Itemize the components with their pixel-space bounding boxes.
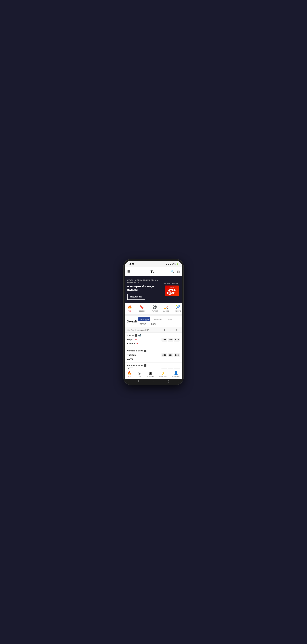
tennis-label: Теннис: [175, 310, 181, 312]
bottom-nav: 🔥 Топ ◎ Спорт ▣ Мои пари ⚡ Игры 24/7 👤 П…: [125, 369, 182, 379]
match-time-3: Сегодня в 17:00: [127, 364, 143, 366]
live-badge: Live: [127, 368, 133, 369]
team-name-barys: Барыс: [127, 338, 134, 341]
stats-icon-1: ⬛: [135, 334, 137, 336]
odd-x-2[interactable]: 3.90: [168, 353, 173, 357]
nav-top-icon: 🔥: [127, 371, 132, 375]
team-row-1b: Сибирь 0: [127, 342, 161, 346]
nav-top-label: Топ: [128, 376, 131, 377]
odds-bot-1: [161, 342, 180, 346]
nav-mybets-label: Мои пари: [147, 376, 154, 377]
match-teams-3: т Юлаев сталь: [134, 368, 161, 369]
page-title: Топ: [151, 270, 157, 274]
match-teams-odds-2: Трактор Амур 2.00 3.90 3.60: [127, 353, 180, 361]
status-bar: 16:29 ▲▲▲ WiFi 🔋: [125, 261, 182, 268]
sport-item-picks[interactable]: 🔖 Подборки: [135, 304, 149, 313]
banner-title: СТАВЬ НА РЕШАЮЩИЕ СЕКУНДЫ МАТЧЕЙ КХЛ: [127, 279, 162, 284]
nav-mybets-icon: ▣: [149, 371, 152, 375]
football-icon: ⚽: [152, 305, 157, 309]
team-row-1a: Барыс 0: [127, 338, 161, 342]
bet-tabs: ИСХОДЫ ПОБЕДЫ 1Х-Х2 ТОТАЛ ФОРА: [138, 318, 180, 326]
android-back[interactable]: ❮: [167, 380, 169, 383]
over-text: OVER: [167, 288, 177, 292]
score-sibir: 0: [136, 342, 138, 345]
nav-item-sport[interactable]: ◎ Спорт: [136, 370, 143, 378]
tennis-icon: 🎾: [175, 305, 180, 309]
sport-item-football[interactable]: ⚽ Футбол: [149, 304, 161, 313]
hockey-icon: 🏒: [164, 305, 169, 309]
app-header: ☰ Топ 🔍 ⊟: [125, 268, 182, 276]
score-barys: 0: [135, 338, 137, 341]
col-x: Х: [167, 329, 174, 331]
nav-item-profile[interactable]: 👤 Профиль: [171, 370, 181, 378]
nav-sport-icon: ◎: [138, 371, 141, 375]
odd-1-3[interactable]: 1.90: [161, 368, 167, 369]
top-icon: 🔥: [128, 305, 132, 309]
match-time-row-2: Сегодня в 17:00 ⬛: [127, 350, 180, 352]
nav-games-icon: ⚡: [161, 371, 165, 375]
tab-fora[interactable]: ФОРА: [149, 322, 158, 326]
phone-screen: 16:29 ▲▲▲ WiFi 🔋 ☰ Топ 🔍 ⊟ СТАВЬ НА РЕША…: [125, 261, 182, 383]
status-icons: ▲▲▲ WiFi 🔋: [166, 263, 179, 265]
team-name-sibir: Сибирь: [127, 342, 135, 345]
nav-item-mybets[interactable]: ▣ Мои пари: [146, 370, 155, 378]
stats-icon-2: ⬛: [144, 350, 146, 352]
sport-item-tennis[interactable]: 🎾 Теннис: [172, 304, 182, 313]
filter-icon[interactable]: ⊟: [177, 270, 180, 274]
android-home[interactable]: ○: [153, 380, 154, 382]
odds-2: 2.00 3.90 3.60: [161, 353, 180, 357]
tab-wins[interactable]: ПОБЕДЫ: [151, 318, 164, 321]
nav-item-games[interactable]: ⚡ Игры 24/7: [158, 370, 168, 378]
nav-sport-label: Спорт: [137, 376, 142, 377]
match-time-1: 5:20: [127, 334, 131, 336]
android-recents[interactable]: |||: [138, 380, 139, 382]
odd-2-2[interactable]: 3.60: [174, 353, 180, 357]
tab-outcomes[interactable]: ИСХОДЫ: [138, 318, 150, 321]
col-1: 1: [161, 329, 167, 331]
team-name-traktor: Трактор: [127, 354, 136, 356]
menu-icon[interactable]: ☰: [127, 270, 130, 274]
promo-banner: СТАВЬ НА РЕШАЮЩИЕ СЕКУНДЫ МАТЧЕЙ КХЛ и в…: [125, 276, 182, 303]
tab-1x2[interactable]: 1Х-Х2: [165, 318, 174, 321]
odd-1-1[interactable]: 2.85: [161, 338, 167, 342]
odds-3: 1.90 3.90 4.00: [161, 368, 180, 369]
match-time-2: Сегодня в 17:00: [127, 350, 143, 352]
phone-frame: 16:29 ▲▲▲ WiFi 🔋 ☰ Топ 🔍 ⊟ СТАВЬ НА РЕША…: [124, 259, 183, 385]
odd-x-1[interactable]: 3.80: [168, 338, 173, 342]
odd-2-3[interactable]: 4.00: [174, 368, 180, 369]
nav-games-label: Игры 24/7: [159, 376, 167, 377]
header-actions: 🔍 ⊟: [170, 270, 180, 274]
col-2: 2: [174, 329, 180, 331]
time-text: T 1 ME: [167, 292, 177, 295]
picks-label: Подборки: [138, 310, 146, 312]
sport-item-hockey[interactable]: 🏒 Хоккей: [161, 304, 172, 313]
picks-icon: 🔖: [140, 305, 144, 309]
signal-icon: ▲▲▲: [166, 263, 171, 265]
team-row-3a: т Юлаев: [134, 368, 161, 369]
section-header: Хоккей ИСХОДЫ ПОБЕДЫ 1Х-Х2 ТОТАЛ ФОРА: [125, 316, 182, 328]
tab-total[interactable]: ТОТАЛ: [138, 322, 148, 326]
khl-icon: ⚙ КХЛ: [167, 287, 177, 288]
banner-button[interactable]: Подробнее: [127, 294, 145, 300]
nav-item-top[interactable]: 🔥 Топ: [126, 370, 133, 378]
football-label: Футбол: [152, 310, 158, 312]
match-time-row-1: 5:20 ▶ ⬛ 📹: [127, 334, 180, 336]
odd-x-3[interactable]: 3.90: [168, 368, 173, 369]
match-teams-odds-3: Live т Юлаев сталь 1.90: [127, 368, 180, 369]
odd-1-2[interactable]: 2.00: [161, 353, 167, 357]
odd-2-1[interactable]: 2.30: [174, 338, 180, 342]
nav-profile-label: Профиль: [172, 376, 180, 377]
match-teams-2: Трактор Амур: [127, 353, 161, 361]
sports-nav: 🔥 Топ 🔖 Подборки ⚽ Футбол 🏒 Хоккей 🎾: [125, 303, 182, 314]
col-headers: 1 Х 2: [161, 329, 180, 331]
match-teams-odds-1: Барыс 0 Сибирь 0 2.85 3.80: [127, 338, 180, 346]
sport-item-top[interactable]: 🔥 Топ: [125, 304, 135, 313]
banner-logo: FONBET FONBET ⚙ КХЛ OVER T 1 ME: [164, 283, 180, 296]
team-name-amur: Амур: [127, 358, 133, 360]
match-row-1: 5:20 ▶ ⬛ 📹 Барыс 0 Сибирь: [125, 332, 182, 348]
banner-subtitle: и выигрывай каждую неделю!: [127, 285, 162, 292]
team-row-2b: Амур: [127, 357, 161, 361]
search-icon[interactable]: 🔍: [170, 270, 175, 274]
status-time: 16:29: [128, 263, 134, 265]
odds-1: 2.85 3.80 2.30: [161, 338, 180, 346]
